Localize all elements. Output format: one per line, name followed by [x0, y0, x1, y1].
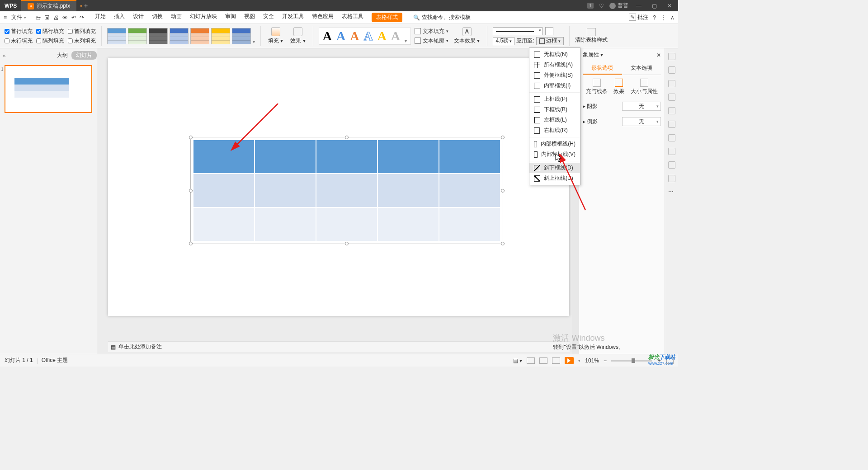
- wordart-more-icon[interactable]: ▾: [405, 38, 407, 43]
- text-outline-button[interactable]: 文本轮廓 ▾: [415, 37, 448, 45]
- wordart-gallery[interactable]: A A A A A A ▾: [319, 28, 411, 45]
- mi-top-border[interactable]: 上框线(P): [529, 94, 580, 104]
- minimize-button[interactable]: —: [634, 3, 644, 9]
- redo-icon[interactable]: ↷: [80, 14, 84, 21]
- close-button[interactable]: ✕: [665, 3, 675, 9]
- resize-handle[interactable]: [189, 189, 193, 193]
- side-icon[interactable]: [668, 121, 675, 128]
- file-menu[interactable]: 文件▾: [9, 13, 29, 22]
- close-pane-icon[interactable]: ✕: [656, 52, 661, 58]
- text-options-tab[interactable]: 文本选项: [622, 62, 661, 75]
- annotate-button[interactable]: ✎批注: [629, 14, 648, 21]
- text-fill-button[interactable]: 文本填充 ▾: [415, 28, 448, 35]
- mi-diag-up[interactable]: 斜上框线(U): [529, 173, 580, 183]
- mi-diag-down[interactable]: 斜下框线(D): [529, 163, 580, 173]
- side-icon[interactable]: [668, 53, 675, 60]
- tab-home[interactable]: 开始: [95, 13, 106, 22]
- normal-view-button[interactable]: [527, 357, 535, 364]
- document-tab[interactable]: P 演示文稿.pptx •: [21, 0, 76, 11]
- fill-line-subtab[interactable]: 充与线条: [586, 79, 608, 95]
- style-swatch[interactable]: [170, 28, 189, 44]
- preview-icon[interactable]: 👁: [62, 14, 68, 21]
- chk-first-row[interactable]: 首行填充: [5, 28, 33, 35]
- text-effects-button[interactable]: A文本效果 ▾: [452, 27, 481, 45]
- resize-handle[interactable]: [501, 136, 505, 139]
- mi-right-border[interactable]: 右框线(R): [529, 125, 580, 136]
- zoom-label[interactable]: 101%: [585, 357, 599, 364]
- reflect-select[interactable]: 无: [622, 117, 661, 126]
- fill-button[interactable]: 填充 ▾: [266, 27, 285, 45]
- slideshow-button[interactable]: [565, 357, 574, 364]
- table-style-gallery[interactable]: ▾: [107, 28, 255, 44]
- undo-icon[interactable]: ↶: [71, 14, 76, 21]
- collapse-thumbs-icon[interactable]: «: [3, 52, 6, 59]
- side-icon[interactable]: [668, 107, 675, 114]
- tab-security[interactable]: 安全: [263, 13, 274, 22]
- tab-insert[interactable]: 插入: [114, 13, 125, 22]
- mi-bottom-border[interactable]: 下框线(B): [529, 104, 580, 115]
- tab-slideshow[interactable]: 幻灯片放映: [190, 13, 217, 22]
- chk-last-row[interactable]: 末行填充: [5, 37, 33, 45]
- side-icon[interactable]: [668, 148, 675, 155]
- resize-handle[interactable]: [189, 136, 193, 139]
- zoom-out-button[interactable]: −: [604, 357, 607, 364]
- help-icon[interactable]: ?: [653, 14, 656, 21]
- open-icon[interactable]: 🗁: [35, 14, 41, 21]
- tab-view[interactable]: 视图: [244, 13, 255, 22]
- tab-table-style[interactable]: 表格样式: [372, 13, 402, 22]
- shape-options-tab[interactable]: 形状选项: [583, 62, 622, 75]
- chk-banded-col[interactable]: 隔列填充: [36, 37, 64, 45]
- line-style-select[interactable]: ▾: [493, 27, 542, 35]
- resize-handle[interactable]: [501, 242, 505, 245]
- border-dropdown-button[interactable]: 边框 ▾: [536, 37, 564, 45]
- collapse-ribbon-icon[interactable]: ⋮: [660, 14, 666, 21]
- style-swatch[interactable]: [232, 28, 251, 44]
- mi-all-border[interactable]: 所有框线(A): [529, 60, 580, 70]
- shadow-select[interactable]: 无: [622, 102, 661, 111]
- mi-left-border[interactable]: 左框线(L): [529, 115, 580, 125]
- hamburger-icon[interactable]: ≡: [4, 14, 7, 21]
- tab-dev[interactable]: 开发工具: [282, 13, 304, 22]
- tab-transition[interactable]: 切换: [152, 13, 163, 22]
- tab-review[interactable]: 审阅: [225, 13, 236, 22]
- table-object[interactable]: [193, 140, 500, 241]
- skin-icon[interactable]: ♡: [599, 3, 604, 9]
- slide-canvas[interactable]: ▤单击此处添加备注: [97, 48, 579, 354]
- slide-thumbnail-1[interactable]: 1: [5, 65, 92, 113]
- ribbon-chevron-icon[interactable]: ∧: [670, 14, 675, 21]
- effect-button[interactable]: 效果 ▾: [288, 27, 307, 45]
- tab-special[interactable]: 特色应用: [312, 13, 334, 22]
- reading-view-button[interactable]: [552, 357, 560, 364]
- style-swatch[interactable]: [149, 28, 168, 44]
- side-icon[interactable]: [668, 94, 675, 101]
- tab-table-tools[interactable]: 表格工具: [342, 13, 363, 22]
- clear-table-style-button[interactable]: 清除表格样式: [575, 28, 608, 44]
- resize-handle[interactable]: [501, 189, 505, 193]
- save-icon[interactable]: 🖫: [44, 14, 50, 21]
- tab-design[interactable]: 设计: [133, 13, 144, 22]
- size-subtab[interactable]: 大小与属性: [631, 79, 658, 95]
- side-more-icon[interactable]: ⋯: [668, 188, 675, 196]
- mi-no-border[interactable]: 无框线(N): [529, 49, 580, 60]
- line-weight-select[interactable]: 4.5磅 ▾: [493, 37, 514, 45]
- zoom-slider[interactable]: [611, 360, 652, 362]
- notification-badge[interactable]: 1: [587, 3, 594, 9]
- chk-first-col[interactable]: 首列填充: [68, 28, 96, 35]
- slide[interactable]: [108, 58, 569, 316]
- notes-toggle[interactable]: ▤ ▾: [513, 357, 522, 364]
- search-box[interactable]: 🔍查找命令、搜索模板: [413, 14, 471, 21]
- tab-animation[interactable]: 动画: [171, 13, 182, 22]
- side-icon[interactable]: [668, 134, 675, 141]
- mi-outside-border[interactable]: 外侧框线(S): [529, 70, 580, 80]
- side-icon[interactable]: [668, 161, 675, 169]
- notes-pane[interactable]: ▤单击此处添加备注: [108, 341, 570, 352]
- gallery-more-icon[interactable]: ▾: [253, 39, 255, 44]
- print-icon[interactable]: 🖨: [53, 14, 59, 21]
- effects-subtab[interactable]: 效果: [613, 79, 624, 95]
- style-swatch[interactable]: [128, 28, 147, 44]
- side-icon[interactable]: [668, 80, 675, 87]
- sorter-view-button[interactable]: [539, 357, 547, 364]
- maximize-button[interactable]: ▢: [649, 3, 659, 9]
- user-avatar[interactable]: 普普: [609, 2, 628, 9]
- side-icon[interactable]: [668, 175, 675, 182]
